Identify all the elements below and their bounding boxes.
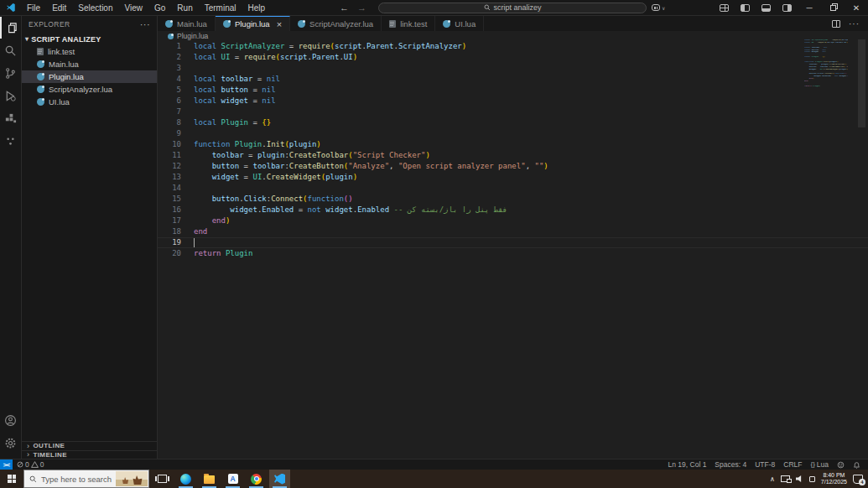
- settings-gear-icon[interactable]: [0, 432, 22, 454]
- file-ScriptAnalyzer.lua[interactable]: ScriptAnalyzer.lua: [22, 83, 157, 96]
- code-line-14[interactable]: 14: [158, 183, 868, 194]
- toggle-panel-icon[interactable]: [761, 4, 771, 12]
- code-line-10[interactable]: 10function Plugin.Init(plugin): [158, 139, 868, 150]
- search-daily-art[interactable]: [116, 471, 148, 486]
- search-sidebar-icon[interactable]: [0, 39, 22, 61]
- customize-layout-icon[interactable]: [720, 4, 729, 12]
- tab-UI.lua[interactable]: UI.lua: [435, 16, 484, 31]
- code-line-19[interactable]: 19: [158, 237, 868, 248]
- tab-Main.lua[interactable]: Main.lua: [158, 16, 216, 31]
- code-line-18[interactable]: 18end: [158, 226, 868, 237]
- run-debug-icon[interactable]: [0, 85, 22, 106]
- app-a-button[interactable]: A: [222, 470, 243, 488]
- code-line-11[interactable]: 11 toolbar = plugin:CreateToolbar("Scrip…: [158, 150, 868, 161]
- menu-terminal[interactable]: Terminal: [199, 0, 242, 16]
- encoding[interactable]: UTF-8: [751, 459, 779, 470]
- code-line-7[interactable]: 7: [158, 106, 868, 117]
- code-line-3[interactable]: 3: [158, 63, 868, 74]
- vscode-taskbar-button[interactable]: [269, 470, 290, 488]
- file-UI.lua[interactable]: UI.lua: [22, 96, 157, 108]
- test-explorer-icon[interactable]: [0, 130, 22, 152]
- minimize-button[interactable]: ─: [798, 0, 821, 16]
- file-link.test[interactable]: link.test: [22, 45, 157, 58]
- code-line-17[interactable]: 17 end): [158, 215, 868, 226]
- eol-setting[interactable]: CRLF: [779, 459, 806, 470]
- menu-help[interactable]: Help: [242, 0, 272, 16]
- taskbar-clock[interactable]: 8:40 PM 7/12/2025: [821, 472, 847, 485]
- code-line-12[interactable]: 12 button = toolbar:CreateButton("Analyz…: [158, 161, 868, 172]
- code-line-1[interactable]: 1local ScriptAnalyzer = require(script.P…: [158, 41, 868, 52]
- toggle-secondary-sidebar-icon[interactable]: [782, 4, 792, 12]
- code-line-5[interactable]: 5local button = nil: [158, 85, 868, 96]
- feedback-smiley-icon[interactable]: [833, 459, 849, 470]
- menu-go[interactable]: Go: [148, 0, 171, 16]
- explorer-more-actions-icon[interactable]: ···: [140, 19, 150, 29]
- menu-file[interactable]: File: [21, 0, 46, 16]
- code-line-2[interactable]: 2local UI = require(script.Parent.UI): [158, 52, 868, 63]
- toggle-primary-sidebar-icon[interactable]: [741, 4, 750, 12]
- extensions-icon[interactable]: [0, 107, 22, 129]
- tray-chevron-up-icon[interactable]: ∧: [770, 475, 775, 483]
- close-button[interactable]: ✕: [845, 0, 868, 16]
- code-line-6[interactable]: 6local widget = nil: [158, 96, 868, 106]
- copilot-button[interactable]: ∨: [652, 4, 665, 11]
- indent-setting[interactable]: Spaces: 4: [710, 459, 751, 470]
- code-line-8[interactable]: 8local Plugin = {}: [158, 117, 868, 128]
- menu-selection[interactable]: Selection: [72, 0, 118, 16]
- task-view-button[interactable]: [152, 470, 173, 488]
- more-actions-icon[interactable]: ···: [849, 19, 860, 29]
- file-explorer-button[interactable]: [199, 470, 220, 488]
- back-arrow-icon[interactable]: ←: [340, 3, 349, 13]
- tab-Plugin.lua[interactable]: Plugin.lua×: [216, 16, 290, 31]
- edge-button[interactable]: [175, 470, 196, 488]
- workspace-folder[interactable]: ▾ SCRIPT ANALIZEY: [22, 33, 157, 45]
- language-mode[interactable]: {} Lua: [806, 459, 833, 470]
- titlebar-right: ─ ✕: [714, 0, 868, 15]
- system-tray: ∧ 8:40 PM 7/12/2025 4: [770, 472, 868, 485]
- restore-button[interactable]: [821, 0, 845, 16]
- file-Main.lua[interactable]: Main.lua: [22, 58, 157, 70]
- account-icon[interactable]: [0, 409, 22, 431]
- tab-bar: Main.luaPlugin.lua×ScriptAnalyzer.lualin…: [158, 16, 868, 31]
- taskbar-search[interactable]: Type here to search: [23, 470, 149, 488]
- command-center-search[interactable]: script analizey: [378, 3, 647, 13]
- line-number: 6: [158, 96, 181, 106]
- code-line-16[interactable]: 16 widget.Enabled = not widget.Enabled -…: [158, 205, 868, 215]
- split-editor-icon[interactable]: [832, 20, 840, 28]
- vscode-logo-icon: [6, 3, 16, 13]
- tab-link.test[interactable]: link.test: [382, 16, 435, 31]
- tab-label: ScriptAnalyzer.lua: [309, 19, 373, 29]
- code-line-15[interactable]: 15 button.Click:Connect(function(): [158, 194, 868, 205]
- explorer-icon[interactable]: [0, 17, 22, 39]
- input-indicator-icon[interactable]: [809, 476, 815, 482]
- chrome-button[interactable]: [246, 470, 267, 488]
- editor-scrollbar[interactable]: [858, 39, 865, 127]
- close-tab-icon[interactable]: ×: [277, 21, 282, 28]
- breadcrumb[interactable]: Plugin.lua: [158, 31, 868, 41]
- activity-bar: [0, 16, 22, 459]
- file-Plugin.lua[interactable]: Plugin.lua: [22, 70, 157, 83]
- problems-status[interactable]: 0 0: [13, 459, 48, 470]
- minimap[interactable]: local ScriptAnalyzer = require(script.Pa…: [804, 39, 848, 88]
- code-editor[interactable]: 1local ScriptAnalyzer = require(script.P…: [158, 41, 868, 259]
- volume-icon[interactable]: [796, 475, 803, 482]
- source-control-icon[interactable]: [0, 62, 22, 84]
- network-icon[interactable]: [781, 475, 790, 482]
- forward-arrow-icon[interactable]: →: [357, 3, 366, 13]
- cursor-position[interactable]: Ln 19, Col 1: [664, 459, 711, 470]
- action-center-icon[interactable]: 4: [853, 475, 863, 484]
- section-outline[interactable]: ›OUTLINE: [22, 441, 157, 450]
- menu-view[interactable]: View: [119, 0, 149, 16]
- code-line-13[interactable]: 13 widget = UI.CreateWidget(plugin): [158, 172, 868, 183]
- tab-ScriptAnalyzer.lua[interactable]: ScriptAnalyzer.lua: [290, 16, 382, 31]
- section-timeline[interactable]: ›TIMELINE: [22, 450, 157, 459]
- remote-indicator[interactable]: ><: [0, 459, 13, 470]
- line-number: 20: [158, 248, 181, 259]
- start-button[interactable]: [0, 470, 23, 488]
- code-line-4[interactable]: 4local toolbar = nil: [158, 74, 868, 85]
- menu-edit[interactable]: Edit: [46, 0, 72, 16]
- menu-run[interactable]: Run: [171, 0, 198, 16]
- code-line-20[interactable]: 20return Plugin: [158, 248, 868, 259]
- code-line-9[interactable]: 9: [158, 128, 868, 139]
- notifications-bell-icon[interactable]: [849, 459, 865, 470]
